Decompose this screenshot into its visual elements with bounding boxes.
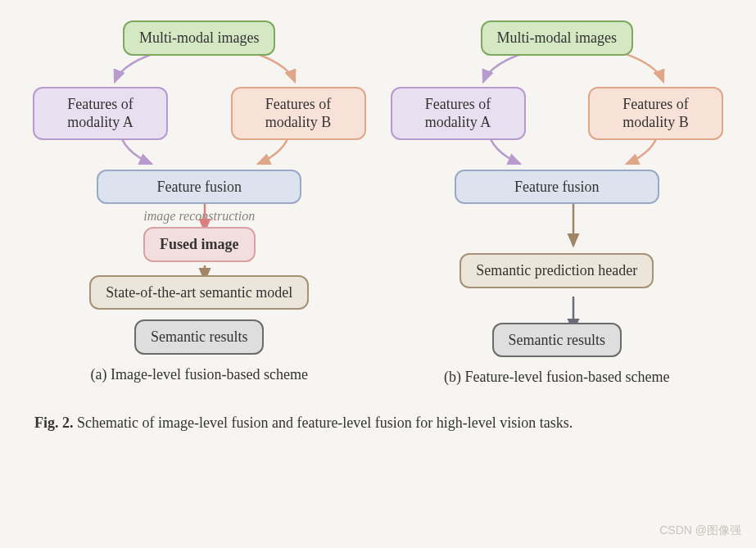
reconstruction-note: image reconstruction bbox=[143, 209, 255, 224]
caption-prefix: Fig. 2. bbox=[34, 414, 74, 431]
box-fused-image: Fused image bbox=[143, 227, 256, 262]
box-sota-model: State-of-the-art semantic model bbox=[89, 275, 309, 310]
diagram-container: Multi-modal images Features of modality … bbox=[0, 0, 756, 386]
box-fusion-b: Feature fusion bbox=[455, 170, 659, 205]
scheme-b-label: (b) Feature-level fusion-based scheme bbox=[444, 369, 669, 386]
box-multi-modal-b: Multi-modal images bbox=[481, 20, 633, 56]
scheme-a: Multi-modal images Features of modality … bbox=[33, 16, 366, 386]
watermark: CSDN @图像强 bbox=[659, 523, 741, 538]
row-features-a: Features of modality A Features of modal… bbox=[33, 87, 366, 140]
scheme-b: Multi-modal images Features of modality … bbox=[391, 16, 724, 386]
box-results-b: Semantic results bbox=[492, 323, 622, 358]
box-feat-a-b: Features of modality A bbox=[391, 87, 526, 140]
box-feat-b-a: Features of modality B bbox=[231, 87, 366, 140]
box-pred-header: Semantic prediction header bbox=[459, 253, 654, 288]
box-fusion-a: Feature fusion bbox=[97, 170, 301, 205]
box-results-a: Semantic results bbox=[134, 319, 264, 355]
figure-caption: Fig. 2. Schematic of image-level fusion … bbox=[0, 412, 756, 434]
box-feat-b-b: Features of modality B bbox=[588, 87, 723, 140]
row-features-b: Features of modality A Features of modal… bbox=[391, 87, 724, 140]
box-multi-modal-a: Multi-modal images bbox=[123, 20, 275, 56]
caption-body: Schematic of image-level fusion and feat… bbox=[74, 414, 573, 431]
box-feat-a-a: Features of modality A bbox=[33, 87, 168, 140]
scheme-a-label: (a) Image-level fusion-based scheme bbox=[91, 366, 308, 383]
